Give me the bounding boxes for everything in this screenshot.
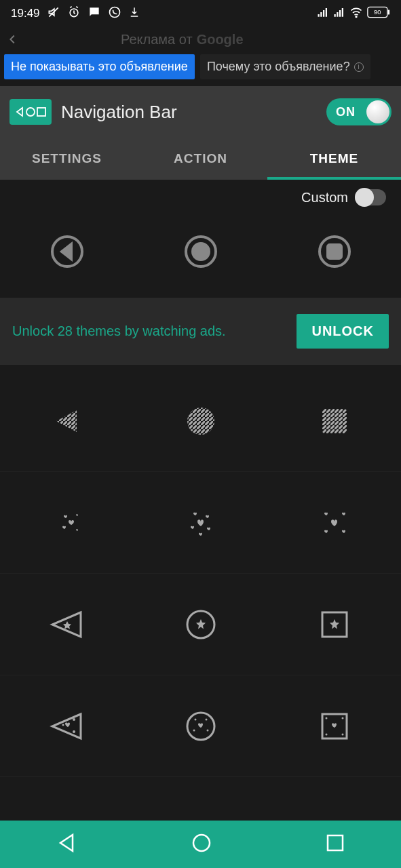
download-icon: [128, 6, 140, 22]
viber-icon: [108, 5, 121, 22]
recent-star-icon: [314, 604, 355, 645]
unlock-bar: Unlock 28 themes by watching ads. UNLOCK: [0, 298, 401, 365]
svg-point-27: [73, 730, 75, 733]
svg-point-35: [325, 717, 327, 719]
toggle-label: ON: [336, 105, 356, 119]
status-time: 19:49: [11, 7, 40, 20]
theme-row-heart-outline[interactable]: [0, 675, 401, 777]
toggle-knob: [366, 100, 389, 123]
ad-why-label: Почему это объявление?: [207, 60, 350, 74]
home-star-icon: [180, 604, 221, 645]
theme-row-hatched[interactable]: [0, 370, 401, 472]
sys-back-button[interactable]: [56, 832, 78, 856]
back-star-icon: [47, 604, 88, 645]
tab-theme[interactable]: THEME: [267, 138, 401, 180]
recent-outline-icon: [314, 231, 355, 272]
home-hearts-icon: [180, 502, 221, 543]
ad-why-button[interactable]: Почему это объявление? i: [200, 54, 370, 79]
ad-header: Реклама от Google: [0, 27, 401, 52]
svg-rect-7: [335, 14, 336, 17]
back-outline-icon: [47, 231, 88, 272]
back-heartframe-icon: [47, 706, 88, 747]
svg-point-15: [26, 108, 35, 116]
svg-point-11: [356, 16, 357, 17]
sys-home-button[interactable]: [191, 832, 212, 856]
svg-text:90: 90: [374, 9, 381, 16]
master-toggle[interactable]: ON: [326, 98, 392, 125]
tabs: SETTINGS ACTION THEME: [0, 138, 401, 180]
system-nav-bar: [0, 821, 401, 868]
back-hatched-icon: [47, 401, 88, 441]
app-icon: [9, 99, 52, 125]
app-title: Navigation Bar: [61, 102, 177, 123]
theme-row-hearts[interactable]: [0, 472, 401, 574]
alarm-icon: [67, 5, 81, 22]
svg-point-19: [193, 243, 209, 260]
google-logo: Google: [197, 32, 244, 47]
chat-icon: [88, 5, 101, 22]
status-bar: 19:49 90: [0, 0, 401, 27]
back-hearts-icon: [47, 502, 88, 543]
svg-point-28: [62, 724, 64, 726]
svg-rect-8: [337, 12, 338, 17]
recent-hatched-icon: [314, 401, 355, 441]
svg-point-22: [187, 408, 214, 435]
svg-point-32: [193, 729, 195, 731]
signal-icon: [317, 6, 329, 22]
custom-row: Custom: [0, 180, 401, 211]
custom-switch[interactable]: [355, 189, 386, 205]
tab-action[interactable]: ACTION: [134, 138, 267, 180]
svg-point-33: [206, 729, 208, 731]
svg-rect-40: [328, 835, 343, 850]
svg-point-39: [193, 835, 210, 851]
svg-rect-3: [318, 14, 320, 17]
svg-rect-21: [328, 245, 341, 258]
svg-point-36: [341, 717, 343, 719]
sys-recent-button[interactable]: [326, 833, 345, 855]
theme-row-star[interactable]: [0, 574, 401, 675]
unlock-text: Unlock 28 themes by watching ads.: [12, 323, 226, 339]
theme-row-outline[interactable]: [0, 211, 401, 292]
theme-content[interactable]: Custom Unlock 28 themes by watching ads.…: [0, 180, 401, 848]
unlock-button[interactable]: UNLOCK: [297, 314, 389, 349]
ad-controls: Не показывать это объявление Почему это …: [0, 52, 401, 86]
wifi-icon: [349, 5, 363, 22]
svg-point-2: [109, 7, 119, 17]
battery-icon: 90: [367, 6, 390, 22]
svg-point-31: [205, 718, 207, 720]
svg-point-37: [325, 733, 327, 735]
back-arrow-icon[interactable]: [5, 32, 20, 47]
tab-settings[interactable]: SETTINGS: [0, 138, 134, 180]
svg-rect-6: [326, 8, 327, 17]
svg-rect-9: [339, 10, 341, 17]
info-icon: i: [354, 62, 364, 72]
home-hatched-icon: [180, 401, 221, 441]
svg-rect-4: [320, 12, 322, 17]
app-header: Navigation Bar ON: [0, 86, 401, 138]
mute-icon: [47, 5, 60, 22]
signal-icon-2: [333, 6, 345, 22]
svg-rect-10: [342, 8, 343, 17]
svg-rect-13: [388, 9, 390, 14]
recent-hearts-icon: [314, 502, 355, 543]
custom-label: Custom: [301, 190, 348, 205]
svg-point-26: [73, 718, 75, 721]
ad-label: Реклама от: [121, 32, 193, 47]
home-heartframe-icon: [180, 706, 221, 747]
svg-rect-16: [37, 108, 45, 116]
home-outline-icon: [180, 231, 221, 272]
svg-point-30: [194, 718, 196, 720]
svg-rect-5: [323, 10, 324, 17]
svg-rect-23: [322, 409, 347, 433]
recent-heartframe-icon: [314, 706, 355, 747]
svg-point-38: [341, 733, 343, 735]
ad-dont-show-button[interactable]: Не показывать это объявление: [4, 54, 195, 79]
